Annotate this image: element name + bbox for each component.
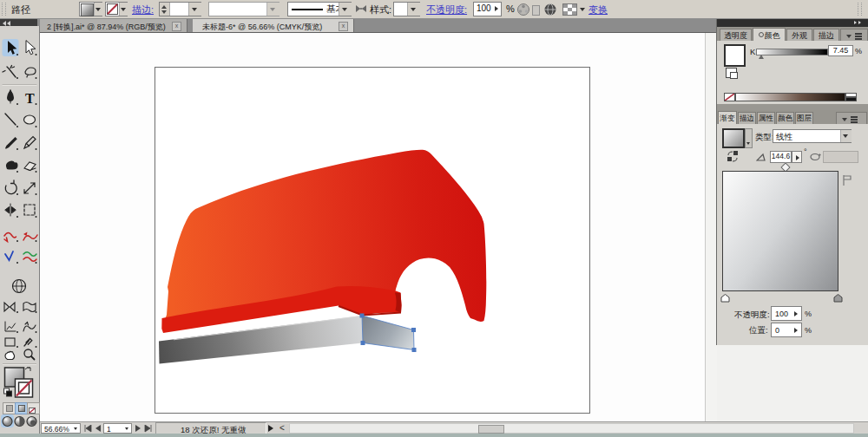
svg-text:T: T (25, 91, 35, 106)
